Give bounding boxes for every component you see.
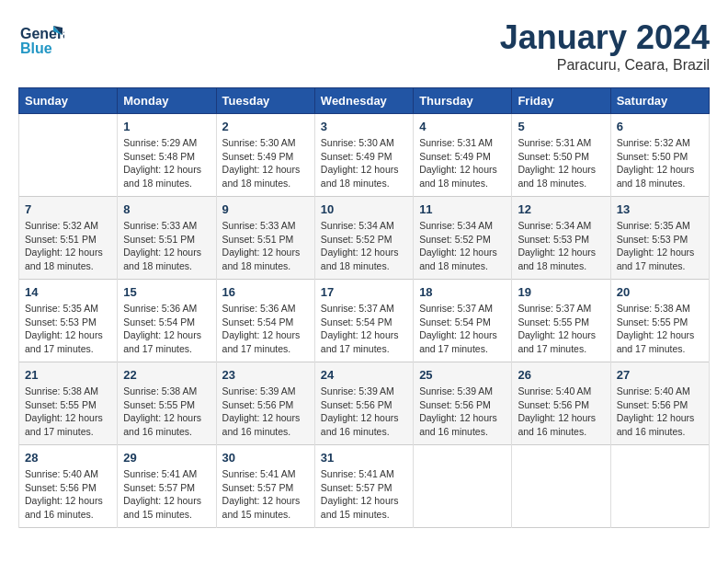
calendar-cell: 11Sunrise: 5:34 AMSunset: 5:52 PMDayligh… [414, 197, 512, 280]
day-info: Sunrise: 5:31 AMSunset: 5:50 PMDaylight:… [518, 136, 604, 190]
day-info: Sunrise: 5:34 AMSunset: 5:53 PMDaylight:… [518, 219, 604, 273]
day-info: Sunrise: 5:38 AMSunset: 5:55 PMDaylight:… [617, 302, 703, 356]
day-info: Sunrise: 5:33 AMSunset: 5:51 PMDaylight:… [222, 219, 309, 273]
svg-text:Blue: Blue [20, 40, 52, 56]
day-info: Sunrise: 5:36 AMSunset: 5:54 PMDaylight:… [123, 302, 210, 356]
day-info: Sunrise: 5:37 AMSunset: 5:54 PMDaylight:… [321, 302, 407, 356]
day-number: 20 [617, 285, 703, 299]
calendar-cell: 20Sunrise: 5:38 AMSunset: 5:55 PMDayligh… [610, 280, 709, 362]
title-block: January 2024 Paracuru, Ceara, Brazil [500, 18, 710, 74]
day-info: Sunrise: 5:30 AMSunset: 5:49 PMDaylight:… [321, 136, 407, 190]
day-number: 17 [321, 285, 407, 299]
calendar-cell: 5Sunrise: 5:31 AMSunset: 5:50 PMDaylight… [512, 114, 610, 197]
day-number: 28 [25, 451, 111, 465]
header-monday: Monday [118, 88, 216, 114]
day-info: Sunrise: 5:31 AMSunset: 5:49 PMDaylight:… [419, 136, 506, 190]
calendar-cell: 15Sunrise: 5:36 AMSunset: 5:54 PMDayligh… [118, 280, 216, 362]
day-number: 11 [419, 202, 506, 216]
calendar-cell: 10Sunrise: 5:34 AMSunset: 5:52 PMDayligh… [314, 197, 413, 280]
calendar-cell: 9Sunrise: 5:33 AMSunset: 5:51 PMDaylight… [216, 197, 314, 280]
calendar-cell: 29Sunrise: 5:41 AMSunset: 5:57 PMDayligh… [118, 445, 216, 528]
calendar-cell: 13Sunrise: 5:35 AMSunset: 5:53 PMDayligh… [610, 197, 709, 280]
day-number: 8 [123, 202, 210, 216]
day-number: 22 [123, 368, 210, 382]
calendar-cell: 27Sunrise: 5:40 AMSunset: 5:56 PMDayligh… [610, 362, 709, 445]
day-info: Sunrise: 5:34 AMSunset: 5:52 PMDaylight:… [321, 219, 407, 273]
logo: General Blue [18, 18, 64, 68]
logo-icon: General Blue [18, 18, 64, 64]
calendar-cell [610, 445, 709, 528]
day-number: 21 [25, 368, 111, 382]
day-number: 27 [617, 368, 703, 382]
week-row-1: 1Sunrise: 5:29 AMSunset: 5:48 PMDaylight… [19, 114, 710, 197]
calendar-cell: 28Sunrise: 5:40 AMSunset: 5:56 PMDayligh… [19, 445, 118, 528]
day-info: Sunrise: 5:38 AMSunset: 5:55 PMDaylight:… [123, 385, 210, 439]
day-number: 3 [321, 120, 407, 133]
day-info: Sunrise: 5:41 AMSunset: 5:57 PMDaylight:… [222, 467, 309, 522]
day-number: 5 [518, 120, 604, 133]
calendar-cell: 1Sunrise: 5:29 AMSunset: 5:48 PMDaylight… [118, 114, 216, 197]
calendar-cell: 19Sunrise: 5:37 AMSunset: 5:55 PMDayligh… [512, 280, 610, 362]
calendar-cell: 8Sunrise: 5:33 AMSunset: 5:51 PMDaylight… [118, 197, 216, 280]
header-sunday: Sunday [19, 88, 118, 114]
calendar-cell: 23Sunrise: 5:39 AMSunset: 5:56 PMDayligh… [216, 362, 314, 445]
location-subtitle: Paracuru, Ceara, Brazil [500, 57, 710, 74]
month-title: January 2024 [500, 18, 710, 57]
calendar-cell [414, 445, 512, 528]
day-number: 31 [321, 451, 407, 465]
day-info: Sunrise: 5:40 AMSunset: 5:56 PMDaylight:… [617, 385, 703, 439]
day-number: 18 [419, 285, 506, 299]
day-number: 15 [123, 285, 210, 299]
day-number: 2 [222, 120, 309, 133]
calendar-cell: 14Sunrise: 5:35 AMSunset: 5:53 PMDayligh… [19, 280, 118, 362]
day-number: 16 [222, 285, 309, 299]
day-number: 9 [222, 202, 309, 216]
calendar-cell: 24Sunrise: 5:39 AMSunset: 5:56 PMDayligh… [314, 362, 413, 445]
day-number: 24 [321, 368, 407, 382]
header-tuesday: Tuesday [216, 88, 314, 114]
calendar-cell: 6Sunrise: 5:32 AMSunset: 5:50 PMDaylight… [610, 114, 709, 197]
day-info: Sunrise: 5:41 AMSunset: 5:57 PMDaylight:… [123, 467, 210, 522]
day-info: Sunrise: 5:35 AMSunset: 5:53 PMDaylight:… [617, 219, 703, 273]
calendar-cell: 30Sunrise: 5:41 AMSunset: 5:57 PMDayligh… [216, 445, 314, 528]
day-number: 10 [321, 202, 407, 216]
calendar-cell: 4Sunrise: 5:31 AMSunset: 5:49 PMDaylight… [414, 114, 512, 197]
day-info: Sunrise: 5:37 AMSunset: 5:55 PMDaylight:… [518, 302, 604, 356]
day-info: Sunrise: 5:39 AMSunset: 5:56 PMDaylight:… [419, 385, 506, 439]
calendar-cell: 17Sunrise: 5:37 AMSunset: 5:54 PMDayligh… [314, 280, 413, 362]
day-info: Sunrise: 5:40 AMSunset: 5:56 PMDaylight:… [518, 385, 604, 439]
day-info: Sunrise: 5:39 AMSunset: 5:56 PMDaylight:… [222, 385, 309, 439]
calendar-cell: 12Sunrise: 5:34 AMSunset: 5:53 PMDayligh… [512, 197, 610, 280]
week-row-4: 21Sunrise: 5:38 AMSunset: 5:55 PMDayligh… [19, 362, 710, 445]
day-number: 12 [518, 202, 604, 216]
calendar-table: SundayMondayTuesdayWednesdayThursdayFrid… [18, 87, 710, 528]
day-info: Sunrise: 5:40 AMSunset: 5:56 PMDaylight:… [25, 467, 111, 522]
day-number: 1 [123, 120, 210, 133]
day-info: Sunrise: 5:34 AMSunset: 5:52 PMDaylight:… [419, 219, 506, 273]
day-number: 29 [123, 451, 210, 465]
calendar-cell: 3Sunrise: 5:30 AMSunset: 5:49 PMDaylight… [314, 114, 413, 197]
day-number: 4 [419, 120, 506, 133]
calendar-cell: 7Sunrise: 5:32 AMSunset: 5:51 PMDaylight… [19, 197, 118, 280]
week-row-5: 28Sunrise: 5:40 AMSunset: 5:56 PMDayligh… [19, 445, 710, 528]
day-info: Sunrise: 5:39 AMSunset: 5:56 PMDaylight:… [321, 385, 407, 439]
calendar-cell: 26Sunrise: 5:40 AMSunset: 5:56 PMDayligh… [512, 362, 610, 445]
day-number: 7 [25, 202, 111, 216]
day-number: 14 [25, 285, 111, 299]
day-number: 13 [617, 202, 703, 216]
day-info: Sunrise: 5:35 AMSunset: 5:53 PMDaylight:… [25, 302, 111, 356]
day-number: 25 [419, 368, 506, 382]
day-number: 30 [222, 451, 309, 465]
day-info: Sunrise: 5:37 AMSunset: 5:54 PMDaylight:… [419, 302, 506, 356]
day-info: Sunrise: 5:36 AMSunset: 5:54 PMDaylight:… [222, 302, 309, 356]
calendar-header-row: SundayMondayTuesdayWednesdayThursdayFrid… [19, 88, 710, 114]
page-header: General Blue January 2024 Paracuru, Cear… [18, 18, 710, 74]
day-info: Sunrise: 5:32 AMSunset: 5:50 PMDaylight:… [617, 136, 703, 190]
calendar-cell: 25Sunrise: 5:39 AMSunset: 5:56 PMDayligh… [414, 362, 512, 445]
day-info: Sunrise: 5:41 AMSunset: 5:57 PMDaylight:… [321, 467, 407, 522]
calendar-cell [512, 445, 610, 528]
day-info: Sunrise: 5:33 AMSunset: 5:51 PMDaylight:… [123, 219, 210, 273]
day-number: 19 [518, 285, 604, 299]
day-info: Sunrise: 5:29 AMSunset: 5:48 PMDaylight:… [123, 136, 210, 190]
header-saturday: Saturday [610, 88, 709, 114]
